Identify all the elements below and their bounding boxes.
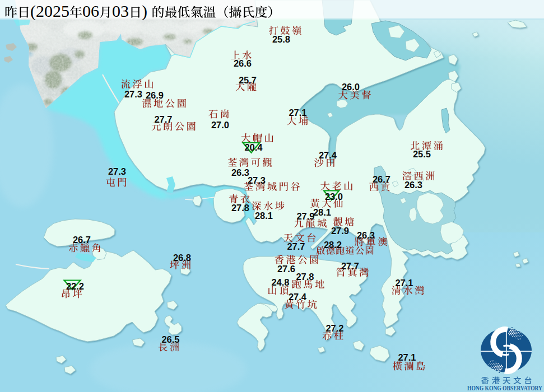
svg-text:26.6: 26.6	[234, 58, 252, 68]
svg-text:27.3: 27.3	[124, 89, 142, 99]
svg-text:28.2: 28.2	[324, 240, 342, 250]
svg-text:24.8: 24.8	[271, 277, 289, 287]
svg-text:26.3: 26.3	[231, 167, 249, 178]
svg-text:26.7: 26.7	[373, 174, 390, 184]
svg-text:27.7: 27.7	[154, 114, 172, 124]
svg-text:27.4: 27.4	[319, 150, 337, 160]
svg-text:20.4: 20.4	[244, 142, 263, 152]
svg-text:22.2: 22.2	[66, 281, 84, 291]
svg-text:27.9: 27.9	[331, 226, 349, 236]
svg-text:26.9: 26.9	[146, 90, 164, 100]
svg-text:25.8: 25.8	[272, 34, 290, 44]
svg-text:25.5: 25.5	[413, 149, 431, 159]
svg-text:26.7: 26.7	[73, 235, 91, 245]
svg-text:26.8: 26.8	[173, 253, 191, 263]
svg-text:27.3: 27.3	[108, 166, 126, 176]
svg-text:28.1: 28.1	[255, 211, 273, 221]
svg-text:(: (	[30, 2, 36, 21]
svg-text:27.1: 27.1	[289, 108, 306, 118]
svg-text:27.8: 27.8	[231, 203, 249, 213]
svg-text:27.9: 27.9	[296, 211, 314, 221]
svg-text:27.1: 27.1	[395, 278, 413, 288]
svg-text:27.6: 27.6	[277, 264, 295, 274]
svg-text:27.0: 27.0	[211, 120, 229, 130]
svg-text:27.7: 27.7	[287, 241, 305, 251]
svg-text:27.8: 27.8	[296, 272, 314, 282]
svg-text:03: 03	[112, 2, 129, 20]
svg-text:26.0: 26.0	[342, 82, 360, 92]
svg-text:25.7: 25.7	[239, 75, 257, 85]
svg-text:27.3: 27.3	[248, 175, 266, 185]
svg-text:06: 06	[82, 2, 99, 20]
svg-text:27.1: 27.1	[398, 352, 416, 362]
svg-text:): )	[142, 2, 147, 21]
svg-text:HONG KONG OBSERVATORY: HONG KONG OBSERVATORY	[467, 384, 542, 392]
svg-text:26.3: 26.3	[357, 230, 375, 240]
svg-text:26.3: 26.3	[404, 180, 422, 190]
svg-text:27.4: 27.4	[289, 292, 307, 302]
svg-text:2025: 2025	[36, 2, 69, 20]
svg-text:28.1: 28.1	[313, 207, 331, 217]
svg-text:27.2: 27.2	[326, 323, 343, 333]
svg-text:23.0: 23.0	[325, 192, 343, 202]
svg-text:26.5: 26.5	[161, 334, 179, 344]
svg-text:27.7: 27.7	[341, 261, 359, 271]
